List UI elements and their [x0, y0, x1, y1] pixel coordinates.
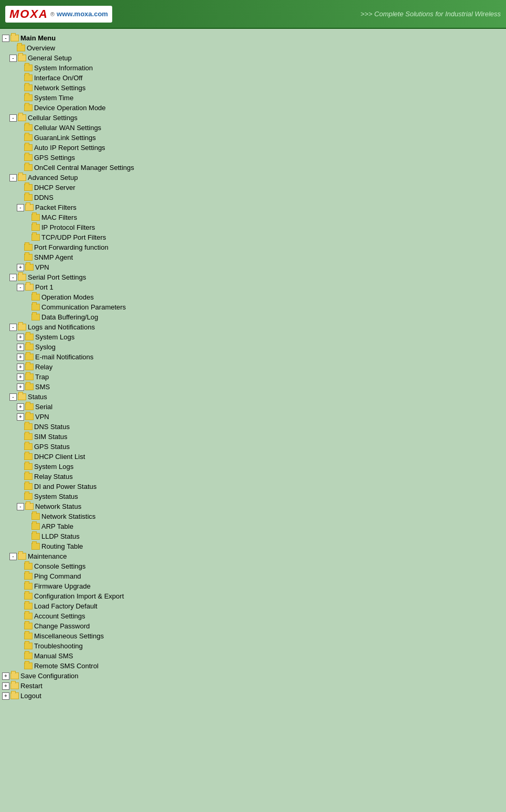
menu-item-routing-table[interactable]: Routing Table — [0, 541, 506, 551]
menu-label[interactable]: Trap — [35, 373, 49, 381]
expand-icon[interactable]: - — [9, 274, 17, 281]
menu-item-gps-settings[interactable]: GPS Settings — [0, 153, 506, 163]
menu-item-advanced-setup[interactable]: -Advanced Setup — [0, 173, 506, 183]
menu-item-vpn-status[interactable]: +VPN — [0, 412, 506, 422]
menu-item-dhcp-client-list[interactable]: DHCP Client List — [0, 452, 506, 462]
menu-label[interactable]: Change Password — [34, 622, 90, 630]
menu-label[interactable]: Configuration Import & Export — [34, 592, 124, 600]
menu-item-network-status[interactable]: -Network Status — [0, 501, 506, 511]
menu-item-auto-ip-report-settings[interactable]: Auto IP Report Settings — [0, 143, 506, 153]
menu-item-serial[interactable]: +Serial — [0, 402, 506, 412]
menu-item-serial-port-settings[interactable]: -Serial Port Settings — [0, 272, 506, 282]
menu-label[interactable]: TCP/UDP Port Filters — [41, 233, 106, 241]
menu-label[interactable]: System Logs — [35, 333, 74, 341]
menu-item-change-password[interactable]: Change Password — [0, 621, 506, 631]
expand-icon[interactable]: + — [17, 264, 24, 271]
menu-item-manual-sms[interactable]: Manual SMS — [0, 651, 506, 661]
menu-label[interactable]: Console Settings — [34, 562, 85, 570]
menu-label[interactable]: IP Protocol Filters — [41, 223, 95, 231]
expand-icon[interactable]: + — [2, 692, 9, 700]
menu-label[interactable]: Cellular Settings — [28, 114, 78, 122]
menu-label[interactable]: Communication Parameters — [41, 303, 126, 311]
menu-label[interactable]: Maintenance — [28, 552, 67, 560]
menu-item-oncell-central-manager-settings[interactable]: OnCell Central Manager Settings — [0, 163, 506, 173]
menu-label[interactable]: VPN — [35, 413, 49, 421]
menu-item-dns-status[interactable]: DNS Status — [0, 422, 506, 432]
menu-label[interactable]: Cellular WAN Settings — [34, 124, 101, 132]
menu-label[interactable]: Advanced Setup — [28, 174, 78, 181]
expand-icon[interactable]: + — [17, 403, 24, 411]
menu-item-arp-table[interactable]: ARP Table — [0, 521, 506, 531]
menu-label[interactable]: SIM Status — [34, 433, 68, 441]
menu-label[interactable]: Restart — [20, 682, 42, 690]
menu-item-tcpudp-port-filters[interactable]: TCP/UDP Port Filters — [0, 232, 506, 242]
expand-icon[interactable]: + — [17, 334, 24, 341]
menu-label[interactable]: Routing Table — [41, 542, 83, 550]
menu-item-account-settings[interactable]: Account Settings — [0, 611, 506, 621]
menu-label[interactable]: Troubleshooting — [34, 642, 83, 650]
expand-icon[interactable]: - — [9, 174, 17, 181]
menu-item-interface-onoff[interactable]: Interface On/Off — [0, 73, 506, 83]
menu-label[interactable]: Syslog — [35, 343, 56, 351]
menu-item-restart[interactable]: +Restart — [0, 681, 506, 691]
menu-label[interactable]: DHCP Server — [34, 184, 76, 191]
menu-label[interactable]: DDNS — [34, 194, 53, 201]
expand-icon[interactable]: - — [2, 35, 9, 42]
menu-item-cellular-wan-settings[interactable]: Cellular WAN Settings — [0, 123, 506, 133]
menu-label[interactable]: GPS Status — [34, 443, 70, 451]
menu-label[interactable]: General Setup — [28, 54, 72, 62]
menu-item-console-settings[interactable]: Console Settings — [0, 561, 506, 571]
menu-label[interactable]: Interface On/Off — [34, 74, 82, 82]
expand-icon[interactable]: + — [17, 373, 24, 381]
menu-item-system-logs[interactable]: +System Logs — [0, 332, 506, 342]
menu-item-email-notifications[interactable]: +E-mail Notifications — [0, 352, 506, 362]
menu-item-vpn-adv[interactable]: +VPN — [0, 262, 506, 272]
menu-label[interactable]: OnCell Central Manager Settings — [34, 164, 134, 172]
menu-label[interactable]: Main Menu — [20, 34, 56, 42]
expand-icon[interactable]: + — [17, 383, 24, 391]
menu-item-overview[interactable]: Overview — [0, 43, 506, 53]
menu-item-gps-status[interactable]: GPS Status — [0, 442, 506, 452]
expand-icon[interactable]: + — [2, 672, 9, 680]
menu-item-network-settings[interactable]: Network Settings — [0, 83, 506, 93]
menu-item-device-operation-mode[interactable]: Device Operation Mode — [0, 103, 506, 113]
menu-item-ping-command[interactable]: Ping Command — [0, 571, 506, 581]
expand-icon[interactable]: + — [2, 682, 9, 690]
menu-item-system-time[interactable]: System Time — [0, 93, 506, 103]
menu-label[interactable]: Load Factory Default — [34, 602, 98, 610]
menu-item-system-logs-status[interactable]: System Logs — [0, 462, 506, 472]
menu-label[interactable]: Relay — [35, 363, 52, 371]
menu-item-logout[interactable]: +Logout — [0, 691, 506, 701]
menu-item-network-statistics[interactable]: Network Statistics — [0, 511, 506, 521]
menu-item-dhcp-server[interactable]: DHCP Server — [0, 183, 506, 193]
menu-label[interactable]: System Information — [34, 64, 93, 72]
expand-icon[interactable]: - — [9, 55, 17, 62]
expand-icon[interactable]: + — [17, 354, 24, 361]
menu-label[interactable]: Network Settings — [34, 84, 85, 92]
menu-item-logs-and-notifications[interactable]: -Logs and Notifications — [0, 322, 506, 332]
menu-item-mac-filters[interactable]: MAC Filters — [0, 212, 506, 222]
menu-label[interactable]: DI and Power Status — [34, 483, 96, 490]
menu-label[interactable]: Auto IP Report Settings — [34, 144, 105, 152]
menu-label[interactable]: Port 1 — [35, 283, 53, 291]
menu-item-firmware-upgrade[interactable]: Firmware Upgrade — [0, 581, 506, 591]
menu-item-port-1[interactable]: -Port 1 — [0, 282, 506, 292]
menu-label[interactable]: Remote SMS Control — [34, 662, 99, 670]
menu-label[interactable]: LLDP Status — [41, 532, 80, 540]
menu-item-system-status[interactable]: System Status — [0, 492, 506, 501]
menu-item-miscellaneous-settings[interactable]: Miscellaneous Settings — [0, 631, 506, 641]
menu-label[interactable]: Logs and Notifications — [28, 323, 95, 331]
menu-item-communication-parameters[interactable]: Communication Parameters — [0, 302, 506, 312]
menu-label[interactable]: ARP Table — [41, 522, 73, 530]
expand-icon[interactable]: - — [9, 324, 17, 331]
menu-item-sim-status[interactable]: SIM Status — [0, 432, 506, 442]
menu-label[interactable]: Network Status — [35, 503, 81, 510]
menu-label[interactable]: Serial Port Settings — [28, 273, 86, 281]
menu-item-snmp-agent[interactable]: SNMP Agent — [0, 252, 506, 262]
menu-label[interactable]: Logout — [20, 692, 41, 700]
menu-item-ddns[interactable]: DDNS — [0, 193, 506, 202]
menu-label[interactable]: Port Forwarding function — [34, 243, 109, 251]
menu-label[interactable]: Manual SMS — [34, 652, 73, 660]
menu-label[interactable]: Firmware Upgrade — [34, 582, 91, 590]
menu-item-ip-protocol-filters[interactable]: IP Protocol Filters — [0, 222, 506, 232]
